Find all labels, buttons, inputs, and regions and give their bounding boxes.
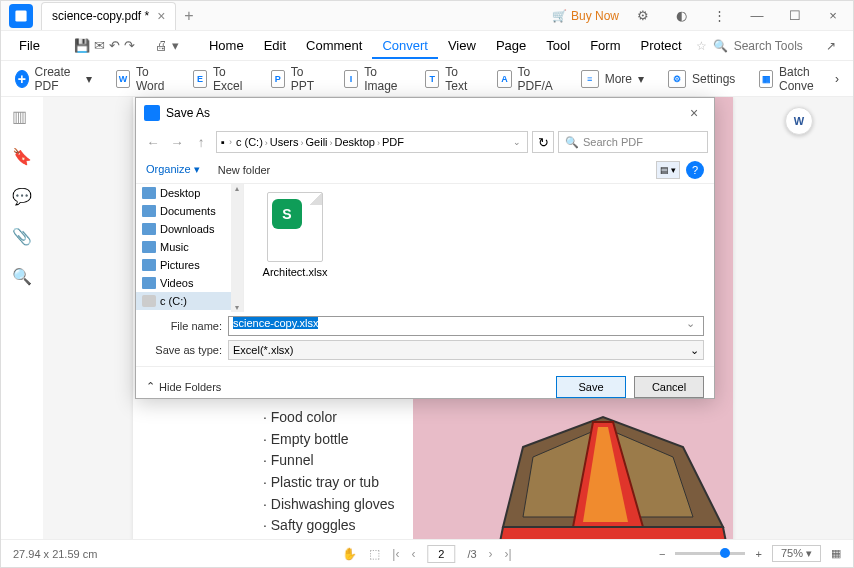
tree-item[interactable]: Music [136, 238, 243, 256]
folder-tree[interactable]: DesktopDocumentsDownloadsMusicPicturesVi… [136, 184, 244, 312]
svg-rect-0 [15, 10, 26, 21]
menu-file[interactable]: File [9, 34, 50, 57]
to-ppt-button[interactable]: PTo PPT [265, 61, 326, 97]
gift-icon[interactable]: ⚙ [629, 2, 657, 30]
file-list[interactable]: S Architect.xlsx [244, 184, 714, 312]
menu-home[interactable]: Home [199, 34, 254, 57]
menu-form[interactable]: Form [580, 34, 630, 57]
menu-page[interactable]: Page [486, 34, 536, 57]
breadcrumb-root-icon[interactable]: ▪ [221, 136, 225, 148]
list-item: Safty goggles [263, 515, 395, 537]
menu-tool[interactable]: Tool [536, 34, 580, 57]
zoom-value[interactable]: 75% ▾ [772, 545, 821, 562]
convert-toolbar: +Create PDF ▾ WTo Word ETo Excel PTo PPT… [1, 61, 853, 97]
tree-item[interactable]: Videos [136, 274, 243, 292]
print-icon[interactable]: 🖨 [155, 35, 168, 57]
select-tool-icon[interactable]: ⬚ [369, 547, 380, 561]
settings-button[interactable]: ⚙Settings [662, 66, 741, 92]
menu-convert[interactable]: Convert [372, 34, 438, 59]
undo-icon[interactable]: ↶ [109, 35, 120, 57]
menu-comment[interactable]: Comment [296, 34, 372, 57]
refresh-button[interactable]: ↻ [532, 131, 554, 153]
minimize-button[interactable]: — [743, 2, 771, 30]
chevron-down-icon[interactable]: ▾ [172, 35, 179, 57]
attachment-icon[interactable]: 📎 [12, 227, 32, 247]
breadcrumb-dropdown-icon[interactable]: ⌄ [511, 137, 523, 147]
breadcrumb-segment[interactable]: Desktop [335, 136, 375, 148]
menu-edit[interactable]: Edit [254, 34, 296, 57]
save-button[interactable]: Save [556, 376, 626, 398]
savetype-select[interactable]: Excel(*.xlsx)⌄ [228, 340, 704, 360]
to-pdfa-button[interactable]: ATo PDF/A [491, 61, 562, 97]
breadcrumb-segment[interactable]: Users [270, 136, 299, 148]
cloud-icon[interactable]: ☁ [848, 35, 854, 57]
mail-icon[interactable]: ✉ [94, 35, 105, 57]
dialog-help-button[interactable]: ? [686, 161, 704, 179]
kebab-menu-icon[interactable]: ⋮ [705, 2, 733, 30]
batch-convert-button[interactable]: ▦Batch Conve › [753, 61, 845, 97]
prev-page-button[interactable]: ‹ [411, 547, 415, 561]
star-icon[interactable]: ☆ [696, 39, 707, 53]
breadcrumb-segment[interactable]: Geili [306, 136, 328, 148]
search-folder-input[interactable]: 🔍 Search PDF [558, 131, 708, 153]
list-item: Plastic tray or tub [263, 472, 395, 494]
nav-forward-button[interactable]: → [166, 131, 188, 153]
to-excel-button[interactable]: ETo Excel [187, 61, 253, 97]
menu-view[interactable]: View [438, 34, 486, 57]
menu-protect[interactable]: Protect [630, 34, 691, 57]
view-mode-button[interactable]: ▤ ▾ [656, 161, 680, 179]
to-word-button[interactable]: WTo Word [110, 61, 175, 97]
hide-folders-button[interactable]: ⌃ Hide Folders [146, 380, 221, 393]
breadcrumb[interactable]: ▪› c (C:)›Users›Geili›Desktop›PDF ⌄ [216, 131, 528, 153]
folder-icon [142, 187, 156, 199]
breadcrumb-segment[interactable]: c (C:) [236, 136, 263, 148]
first-page-button[interactable]: |‹ [392, 547, 399, 561]
share-icon[interactable]: ↗ [820, 35, 842, 57]
list-item: Food color [263, 407, 395, 429]
zoom-slider[interactable] [675, 552, 745, 555]
savetype-label: Save as type: [146, 344, 222, 356]
search-rail-icon[interactable]: 🔍 [12, 267, 32, 287]
hand-tool-icon[interactable]: ✋ [342, 547, 357, 561]
nav-back-button[interactable]: ← [142, 131, 164, 153]
redo-icon[interactable]: ↷ [124, 35, 135, 57]
list-item: Dishwashing gloves [263, 494, 395, 516]
user-icon[interactable]: ◐ [667, 2, 695, 30]
add-tab-button[interactable]: + [184, 7, 193, 25]
to-text-button[interactable]: TTo Text [419, 61, 479, 97]
tree-item[interactable]: Documents [136, 202, 243, 220]
comment-icon[interactable]: 💬 [12, 187, 32, 207]
create-pdf-button[interactable]: +Create PDF ▾ [9, 61, 98, 97]
tree-item[interactable]: Downloads [136, 220, 243, 238]
save-icon[interactable]: 💾 [74, 35, 90, 57]
search-tools-input[interactable] [734, 39, 814, 53]
word-float-button[interactable]: W [785, 107, 813, 135]
filename-input[interactable]: science-copy.xlsx⌄ [228, 316, 704, 336]
organize-button[interactable]: Organize ▾ [146, 163, 200, 176]
last-page-button[interactable]: ›| [505, 547, 512, 561]
more-button[interactable]: ≡More ▾ [575, 66, 650, 92]
tree-item[interactable]: Pictures [136, 256, 243, 274]
tree-item[interactable]: c (C:) [136, 292, 243, 310]
thumbnails-icon[interactable]: ▥ [12, 107, 32, 127]
close-window-button[interactable]: × [819, 2, 847, 30]
zoom-in-button[interactable]: + [755, 548, 761, 560]
tree-item[interactable]: Desktop [136, 184, 243, 202]
breadcrumb-segment[interactable]: PDF [382, 136, 404, 148]
nav-up-button[interactable]: ↑ [190, 131, 212, 153]
buy-now-link[interactable]: 🛒 Buy Now [552, 9, 619, 23]
maximize-button[interactable]: ☐ [781, 2, 809, 30]
fit-page-icon[interactable]: ▦ [831, 547, 841, 560]
dialog-close-button[interactable]: × [682, 101, 706, 125]
new-folder-button[interactable]: New folder [218, 164, 271, 176]
next-page-button[interactable]: › [489, 547, 493, 561]
to-image-button[interactable]: ITo Image [338, 61, 407, 97]
zoom-out-button[interactable]: − [659, 548, 665, 560]
bookmark-icon[interactable]: 🔖 [12, 147, 32, 167]
file-item[interactable]: S Architect.xlsx [260, 192, 330, 278]
page-number-input[interactable] [427, 545, 455, 563]
cancel-button[interactable]: Cancel [634, 376, 704, 398]
tab-close-icon[interactable]: × [157, 8, 165, 24]
document-tab[interactable]: science-copy.pdf * × [41, 2, 176, 30]
search-icon: 🔍 [713, 39, 728, 53]
